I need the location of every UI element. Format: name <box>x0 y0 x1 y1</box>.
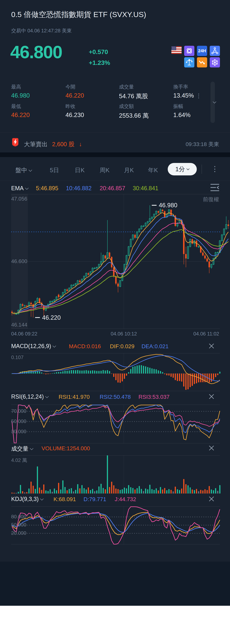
ema20-value: 20:46.857 <box>100 185 125 192</box>
volume-chart[interactable] <box>0 456 230 494</box>
us-flag-icon <box>171 46 182 54</box>
down-arrow-icon: ↓ <box>79 141 82 148</box>
concept-orbit-icon[interactable] <box>184 46 194 56</box>
stat-label: 成交量 <box>119 84 134 90</box>
kdj-chart[interactable] <box>0 506 230 544</box>
macd-chart[interactable] <box>0 353 230 391</box>
dea-value: DEA:0.021 <box>142 343 169 350</box>
y-axis-min: 46.144 <box>11 322 27 328</box>
close-volume-icon[interactable] <box>209 445 214 451</box>
ema5-value: 5:46.895 <box>36 185 58 192</box>
ema-indicator-selector[interactable]: EMA <box>11 185 28 192</box>
tab-5day[interactable]: 5日 <box>50 166 59 174</box>
stat-label: 最低 <box>11 103 21 110</box>
stat-value: 2553.66 萬 <box>119 112 149 120</box>
chart-settings-dots-icon[interactable]: ⋮ <box>211 164 218 173</box>
rsi-chart[interactable] <box>0 404 230 444</box>
dif-value: DIF:0.029 <box>110 343 135 350</box>
close-kdj-icon[interactable] <box>209 496 214 502</box>
close-rsi-icon[interactable] <box>209 394 214 400</box>
24h-trading-icon[interactable]: 24H <box>197 46 207 56</box>
x-axis-start: 04.06 09:22 <box>11 331 37 337</box>
adjust-mode-label[interactable]: 前復權 <box>203 196 219 203</box>
tab-daily[interactable]: 日K <box>75 166 85 174</box>
rsi2-value: RSI2:50.478 <box>100 394 131 400</box>
j-value: J:44.732 <box>115 496 136 502</box>
footer-banner[interactable]: LONGBRIDGE 用長橋 終生免佣 <box>0 606 230 644</box>
stat-value: 54.76 萬股 <box>119 92 148 100</box>
macd-indicator-selector[interactable]: MACD(12,26,9) <box>11 343 56 350</box>
rsi-gridline-70: 70.000 <box>11 408 26 414</box>
candlestick-chart[interactable]: 46.98046.220 <box>0 194 230 329</box>
kdj-indicator-selector[interactable]: KDJ(9,3,3) <box>11 496 43 502</box>
y-axis-mid: 46.600 <box>11 258 27 264</box>
rsi-gridline-30: 30.000 <box>11 429 26 434</box>
stat-label: 振幅 <box>173 103 183 110</box>
stat-value: 46.980 <box>11 92 30 99</box>
divider <box>202 164 202 174</box>
section-separator <box>0 152 230 157</box>
macd-scale-label: 0.107 <box>11 354 24 360</box>
tab-1min-selected[interactable]: 1分 <box>168 163 197 176</box>
molecule-icon[interactable] <box>210 46 220 56</box>
alert-label: 大筆賣出 <box>24 141 48 148</box>
ema10-value: 10:46.882 <box>66 185 91 192</box>
disclaimer-section: i 以上行情、資訊及其他數據來自第三方數據源，僅供參 考，不構成投資建議。 <box>0 562 230 606</box>
chevron-down-icon <box>40 497 44 501</box>
kdj-gridline-80: 80.000 <box>11 514 26 520</box>
rsi3-value: RSI3:53.037 <box>139 394 170 400</box>
volume-value: VOLUME:1254.000 <box>42 445 90 452</box>
tab-monthly[interactable]: 月K <box>124 166 134 174</box>
kdj-gridline-20: 20.000 <box>11 530 26 536</box>
stat-label: 成交額 <box>119 103 134 110</box>
indicator-tabbar: EMA MA SAR MIKE MACD RSI VOL KDJ <box>0 544 223 562</box>
svg-text:46.980: 46.980 <box>159 202 177 208</box>
svg-text:46.220: 46.220 <box>42 314 61 321</box>
trading-status: 交易中 04.06 12:47:28 美東 <box>11 28 72 34</box>
flash-alert-icon <box>12 138 19 146</box>
d-value: D:79.771 <box>83 496 106 502</box>
stats-expander[interactable] <box>210 82 215 123</box>
stock-detail-screen: 0.5 倍做空恐慌指數期貨 ETF (SVXY.US) 交易中 04.06 12… <box>0 0 230 644</box>
ema30-value: 30:46.841 <box>133 185 158 192</box>
volume-indicator-selector[interactable]: 成交量 <box>11 445 33 453</box>
y-axis-max: 47.056 <box>11 196 27 202</box>
alert-quantity: 2,600 股 <box>52 141 74 148</box>
hex-network-icon[interactable] <box>210 57 220 68</box>
x-axis-mid: 04.06 10:12 <box>111 331 137 337</box>
rsi1-value: RSI1:41.970 <box>59 394 90 400</box>
stat-value: 46.220 <box>65 92 84 99</box>
stat-label: 換手率 <box>173 84 188 90</box>
alert-time: 09:33:18 美東 <box>186 141 219 148</box>
collapse-indicators-icon[interactable] <box>210 184 219 192</box>
rsi-gridline-50: 50.000 <box>11 418 26 424</box>
stat-label: 昨收 <box>65 103 75 110</box>
chevron-down-icon <box>30 446 34 450</box>
chevron-down-icon <box>29 168 32 172</box>
rsi-indicator-selector[interactable]: RSI(6,12,24) <box>11 393 48 400</box>
stat-label: 今開 <box>65 84 75 90</box>
x-axis-end: 04.06 11:02 <box>193 331 219 337</box>
chevron-down-icon <box>45 395 49 398</box>
stat-value: 46.230 <box>65 112 84 118</box>
price-change-percent: +1.23% <box>89 59 110 66</box>
scales-icon[interactable] <box>184 57 194 68</box>
last-price: 46.800 <box>10 42 62 62</box>
volume-scale-label: 4.02 萬 <box>11 457 27 464</box>
stat-value: 46.220 <box>11 112 30 118</box>
more-stats-dots-icon[interactable]: ⋮ <box>196 92 202 99</box>
chevron-down-icon <box>186 167 190 170</box>
macd-value: MACD:0.016 <box>69 343 101 350</box>
chevron-down-icon <box>53 344 56 348</box>
stat-value: 1.64% <box>173 112 191 118</box>
close-macd-icon[interactable] <box>209 343 214 349</box>
kdj-gridline-50: 50.000 <box>11 522 26 528</box>
tab-intraday[interactable]: 盤中 <box>15 166 32 174</box>
stat-label: 最高 <box>11 84 21 90</box>
tab-weekly[interactable]: 周K <box>100 166 109 174</box>
tab-yearly[interactable]: 年K <box>148 166 158 174</box>
trend-down-icon[interactable] <box>197 57 207 68</box>
page-title: 0.5 倍做空恐慌指數期貨 ETF (SVXY.US) <box>11 10 146 20</box>
big-trade-alert[interactable]: 大筆賣出 2,600 股 ↓ <box>24 140 82 148</box>
price-change: +0.570 <box>89 48 108 56</box>
